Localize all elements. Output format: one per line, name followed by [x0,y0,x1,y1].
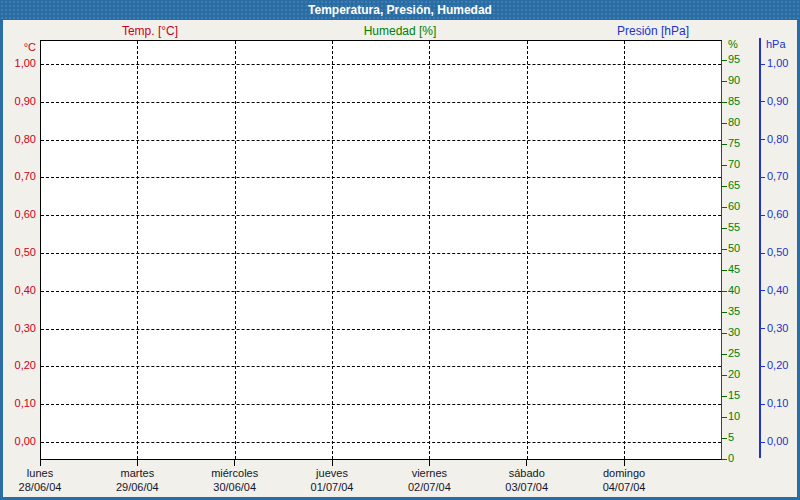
humidity-axis-tick [722,333,727,334]
humidity-axis-tick [722,123,727,124]
day-date-label: 02/07/04 [408,480,451,494]
humidity-axis-tick [722,396,727,397]
humidity-axis-tick-label: 25 [728,346,740,361]
humidity-axis-tick-label: 30 [728,325,740,340]
h-gridline [41,140,721,141]
humidity-axis-tick [722,459,727,460]
humidity-axis-tick [722,354,727,355]
day-name-label: jueves [316,466,348,480]
plot-area [40,40,722,460]
v-gridline [137,41,138,459]
pressure-axis-tick [761,64,765,65]
humidity-axis-tick [722,81,727,82]
legend-temp: Temp. [°C] [122,24,178,38]
h-gridline [41,442,721,443]
humidity-axis-tick-label: 75 [728,136,740,151]
humidity-axis-unit: % [728,37,738,52]
humidity-axis-tick-label: 5 [728,430,734,445]
humidity-axis-tick-label: 10 [728,409,740,424]
v-gridline [235,41,236,459]
pressure-axis-tick [761,101,765,102]
weather-chart-window: Temperatura, Presión, Humedad Temp. [°C]… [0,0,800,500]
h-gridline [41,215,721,216]
h-gridline [41,177,721,178]
pressure-axis-tick [761,290,765,291]
pressure-axis-tick-label: 1,00 [767,56,788,71]
humidity-axis-tick-label: 0 [728,451,734,466]
temp-axis-tick-label: 1,00 [0,56,36,71]
day-date-label: 28/06/04 [19,480,62,494]
pressure-axis-tick-label: 0,20 [767,358,788,373]
day-date-label: 30/06/04 [213,480,256,494]
humidity-axis-tick [722,186,727,187]
legend-humidity: Humedad [%] [364,24,437,38]
day-date-label: 01/07/04 [311,480,354,494]
h-gridline [41,404,721,405]
humidity-axis-tick [722,270,727,271]
day-name-label: martes [121,466,155,480]
humidity-axis-tick [722,144,727,145]
day-date-label: 29/06/04 [116,480,159,494]
temp-axis-tick-label: 0,30 [0,321,36,336]
window-titlebar[interactable]: Temperatura, Presión, Humedad [0,0,800,20]
humidity-axis-tick [722,375,727,376]
temp-axis-tick-label: 0,90 [0,94,36,109]
v-gridline [624,41,625,459]
temp-axis-unit: °C [0,40,36,55]
day-date-label: 03/07/04 [505,480,548,494]
humidity-axis-tick-label: 35 [728,304,740,319]
pressure-axis-unit: hPa [766,37,786,52]
humidity-axis-tick-label: 20 [728,367,740,382]
humidity-axis-tick [722,102,727,103]
humidity-axis-tick-label: 40 [728,283,740,298]
humidity-axis-tick-label: 90 [728,73,740,88]
pressure-axis-tick-label: 0,70 [767,169,788,184]
temp-axis-tick-label: 0,10 [0,396,36,411]
pressure-axis-tick [761,366,765,367]
humidity-axis-tick [722,417,727,418]
day-name-label: viernes [412,466,447,480]
v-gridline [429,41,430,459]
h-gridline [41,291,721,292]
pressure-axis-tick-label: 0,50 [767,245,788,260]
temp-axis-tick-label: 0,70 [0,169,36,184]
humidity-axis-tick [722,291,727,292]
humidity-axis-tick [722,228,727,229]
humidity-axis-tick [722,438,727,439]
pressure-axis-tick-label: 0,10 [767,396,788,411]
day-name-label: miércoles [211,466,258,480]
h-gridline [41,253,721,254]
humidity-axis-tick-label: 85 [728,94,740,109]
humidity-axis-tick-label: 60 [728,199,740,214]
pressure-axis-tick [761,442,765,443]
pressure-axis-tick [761,328,765,329]
temp-axis-tick-label: 0,40 [0,283,36,298]
h-gridline [41,329,721,330]
pressure-axis-tick [761,139,765,140]
humidity-axis-tick [722,207,727,208]
pressure-axis-tick-label: 0,40 [767,283,788,298]
humidity-axis-tick-label: 70 [728,157,740,172]
day-name-label: sábado [509,466,545,480]
window-title: Temperatura, Presión, Humedad [308,3,492,17]
humidity-axis-tick [722,60,727,61]
temp-axis-tick-label: 0,80 [0,132,36,147]
humidity-axis-tick-label: 65 [728,178,740,193]
temp-axis-tick-label: 0,00 [0,434,36,449]
temp-axis-tick-label: 0,60 [0,207,36,222]
humidity-axis-tick-label: 15 [728,388,740,403]
humidity-axis-tick-label: 55 [728,220,740,235]
pressure-axis-tick [761,253,765,254]
pressure-axis-tick-label: 0,30 [767,321,788,336]
pressure-axis-tick-label: 0,60 [767,207,788,222]
humidity-axis-tick-label: 95 [728,52,740,67]
pressure-axis-tick [761,215,765,216]
humidity-axis-tick-label: 45 [728,262,740,277]
temp-axis-tick-label: 0,50 [0,245,36,260]
h-gridline [41,64,721,65]
temp-axis-tick-label: 0,20 [0,358,36,373]
day-date-label: 04/07/04 [603,480,646,494]
humidity-axis-tick [722,249,727,250]
humidity-axis-tick [722,165,727,166]
pressure-axis-tick [761,177,765,178]
